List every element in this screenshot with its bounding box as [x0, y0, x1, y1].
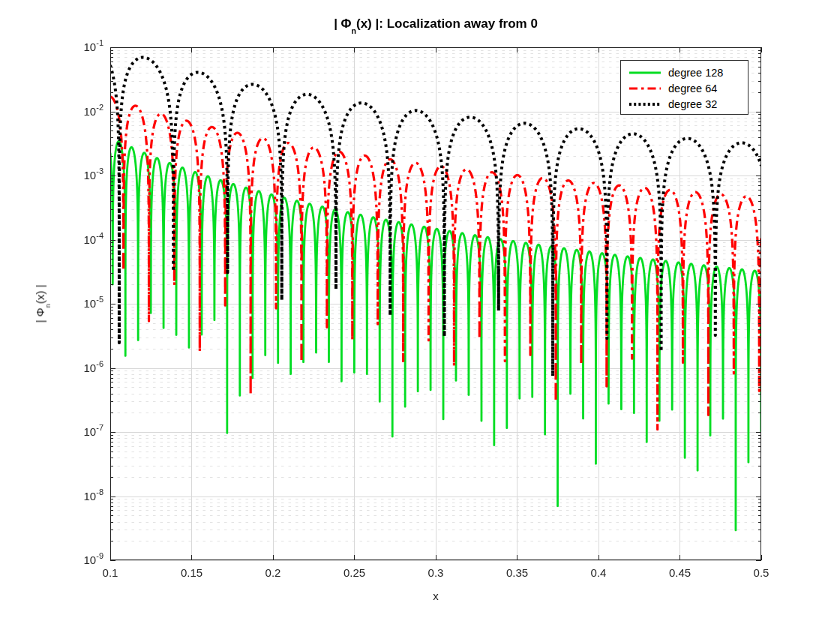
figure: | Φn(x) |: Localization away from 0 | Φn… [0, 0, 840, 630]
x-tick-label: 0.3 [428, 566, 444, 579]
chart-title-subscript: n [352, 26, 356, 35]
legend-line-dotted-icon [627, 99, 663, 110]
y-tick-label: 10-7 [14, 424, 104, 438]
x-tick-label: 0.1 [103, 566, 118, 579]
legend-line-solid-icon [627, 68, 663, 78]
y-tick-label: 10-5 [14, 296, 104, 310]
x-tick-label: 0.2 [266, 566, 281, 579]
legend-label: degree 128 [668, 67, 723, 79]
x-tick-label: 0.15 [181, 566, 202, 579]
chart-title: | Φn(x) |: Localization away from 0 [110, 16, 761, 32]
y-tick-label: 10-3 [14, 167, 104, 182]
y-axis-label-prefix: | Φ [34, 308, 46, 322]
x-tick-label: 0.25 [344, 566, 365, 579]
x-tick-label: 0.45 [669, 566, 691, 579]
legend-label: degree 32 [668, 98, 717, 110]
y-tick-label: 10-6 [14, 360, 104, 374]
legend-entry-degree-32: degree 32 [627, 96, 748, 112]
chart-title-suffix: (x) |: Localization away from 0 [356, 16, 538, 31]
legend-label: degree 64 [668, 82, 717, 94]
y-tick-label: 10-1 [14, 39, 104, 53]
legend-entry-degree-64: degree 64 [627, 80, 748, 96]
legend-line-dashdot-icon [627, 83, 663, 94]
y-tick-label: 10-4 [14, 232, 104, 246]
x-tick-label: 0.5 [754, 566, 770, 579]
legend-entry-degree-128: degree 128 [627, 64, 748, 80]
chart-title-prefix: | Φ [334, 16, 351, 31]
x-tick-label: 0.4 [591, 566, 607, 579]
y-tick-label: 10-9 [14, 552, 104, 566]
x-axis-label: x [110, 590, 761, 602]
legend: degree 128 degree 64 degree 32 [620, 60, 748, 115]
y-tick-label: 10-8 [14, 488, 104, 502]
x-tick-label: 0.35 [506, 566, 528, 579]
y-tick-label: 10-2 [14, 104, 104, 118]
